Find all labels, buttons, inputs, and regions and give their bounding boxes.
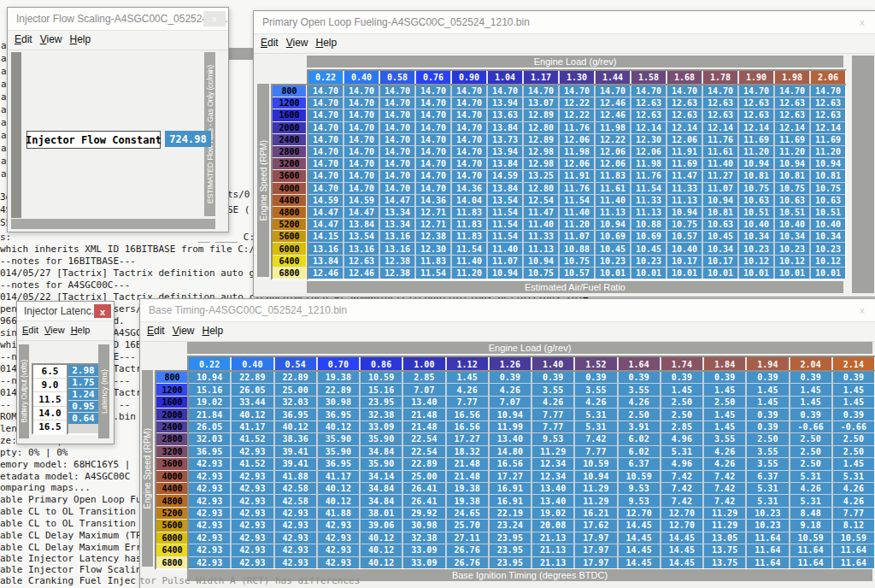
menu-item-edit[interactable]: Edit: [15, 31, 40, 45]
table-cell[interactable]: 12.89: [524, 134, 558, 145]
table-cell[interactable]: 10.51: [775, 207, 809, 218]
table-cell[interactable]: 11.64: [747, 544, 788, 556]
table-cell[interactable]: 11.33: [667, 183, 702, 194]
table-cell[interactable]: 11.83: [452, 231, 486, 242]
table-cell[interactable]: 11.64: [790, 544, 831, 556]
table-cell[interactable]: 12.22: [560, 97, 594, 109]
table-cell[interactable]: 33.09: [361, 421, 402, 432]
table-cell[interactable]: 2.50: [704, 397, 745, 408]
table-cell[interactable]: 19.02: [532, 508, 573, 519]
table-cell[interactable]: 11.07: [488, 256, 522, 267]
table-cell[interactable]: 14.70: [416, 122, 450, 133]
table-cell[interactable]: 14.04: [452, 195, 486, 206]
table-cell[interactable]: 0.39: [833, 409, 874, 420]
table-cell[interactable]: 10.75: [739, 183, 773, 194]
table-cell[interactable]: 14.70: [344, 183, 379, 194]
table-cell[interactable]: 10.01: [667, 268, 702, 279]
table-cell[interactable]: 42.93: [189, 532, 230, 544]
table-cell[interactable]: 11.64: [833, 544, 874, 556]
table-cell[interactable]: 14.15: [308, 231, 343, 242]
table-cell[interactable]: 10.51: [811, 207, 845, 218]
table-cell[interactable]: 42.93: [318, 557, 359, 568]
table-cell[interactable]: 11.69: [739, 134, 773, 145]
table-cell[interactable]: 40.12: [318, 495, 359, 506]
table-cell[interactable]: 11.98: [560, 146, 594, 157]
table-cell[interactable]: 14.36: [416, 195, 450, 206]
table-cell[interactable]: 10.94: [667, 207, 702, 218]
table-cell[interactable]: 4.26: [833, 483, 874, 494]
table-cell[interactable]: 10.94: [739, 158, 773, 169]
table-cell[interactable]: 11.54: [416, 268, 450, 279]
table-cell[interactable]: 11.61: [596, 183, 630, 194]
table-cell[interactable]: 12.06: [631, 146, 666, 157]
table-cell[interactable]: 42.93: [318, 532, 359, 544]
table-cell[interactable]: 19.38: [447, 495, 488, 506]
table-cell[interactable]: 21.48: [403, 409, 444, 420]
table-cell[interactable]: 10.57: [667, 231, 702, 242]
table-cell[interactable]: 7.42: [575, 433, 616, 444]
menu-item-edit[interactable]: Edit: [22, 321, 44, 335]
table-cell[interactable]: 12.80: [524, 183, 558, 194]
table-cell[interactable]: 30.98: [318, 397, 359, 408]
table-cell[interactable]: 10.34: [775, 231, 809, 242]
table-cell[interactable]: 10.12: [811, 256, 845, 267]
table-cell[interactable]: 24.65: [447, 508, 488, 519]
table-cell[interactable]: 21.84: [189, 409, 230, 420]
table-cell[interactable]: 1.45: [790, 384, 831, 395]
table-cell[interactable]: 14.70: [416, 97, 450, 109]
table-cell[interactable]: 7.77: [532, 421, 573, 432]
table-cell[interactable]: 19.38: [318, 372, 359, 383]
table-cell[interactable]: 11.69: [811, 134, 845, 145]
table-cell[interactable]: 10.01: [631, 268, 666, 279]
table-cell[interactable]: 12.63: [667, 109, 702, 121]
table-cell[interactable]: 11.54: [631, 183, 666, 194]
table-cell[interactable]: 0.39: [619, 372, 660, 383]
table-cell[interactable]: 10.94: [490, 409, 531, 420]
table-cell[interactable]: 14.59: [488, 170, 522, 181]
table-cell[interactable]: 1.45: [704, 384, 745, 395]
menu-item-edit[interactable]: Edit: [147, 322, 173, 337]
table-cell[interactable]: 40.12: [232, 409, 273, 420]
table-cell[interactable]: -0.66: [790, 421, 831, 432]
table-cell[interactable]: 14.70: [308, 134, 343, 145]
table-cell[interactable]: 12.14: [631, 122, 666, 133]
table-cell[interactable]: 14.70: [452, 109, 486, 121]
battery-cell[interactable]: 14.0: [33, 407, 67, 420]
table-cell[interactable]: 7.42: [704, 483, 745, 494]
table-cell[interactable]: 11.13: [667, 195, 702, 206]
table-cell[interactable]: 42.58: [275, 495, 316, 506]
table-cell[interactable]: 12.63: [631, 109, 666, 121]
table-cell[interactable]: -0.66: [833, 421, 874, 432]
table-cell[interactable]: 36.95: [318, 409, 359, 420]
table-cell[interactable]: 14.70: [344, 170, 379, 181]
table-cell[interactable]: 11.40: [560, 207, 594, 218]
table-cell[interactable]: 14.70: [667, 85, 702, 97]
table-cell[interactable]: 42.93: [275, 557, 316, 568]
table-cell[interactable]: 14.70: [380, 97, 414, 109]
table-cell[interactable]: 14.70: [308, 97, 343, 109]
table-cell[interactable]: 11.20: [739, 146, 773, 157]
table-cell[interactable]: 12.14: [739, 122, 773, 133]
table-cell[interactable]: 14.47: [380, 195, 414, 206]
table-cell[interactable]: 10.94: [575, 471, 616, 482]
table-cell[interactable]: 10.59: [619, 471, 660, 482]
close-icon[interactable]: x: [851, 15, 873, 30]
table-cell[interactable]: 7.42: [661, 471, 702, 482]
table-cell[interactable]: 2.85: [661, 421, 702, 432]
table-cell[interactable]: 10.94: [488, 268, 522, 279]
menu-item-view[interactable]: View: [44, 321, 71, 335]
table-cell[interactable]: 13.16: [308, 243, 343, 254]
table-cell[interactable]: 13.34: [380, 219, 414, 230]
table-cell[interactable]: 32.03: [275, 397, 316, 408]
latency-cell[interactable]: 1.24: [68, 389, 98, 400]
table-cell[interactable]: 4.26: [532, 397, 573, 408]
table-cell[interactable]: 30.98: [403, 520, 444, 531]
table-cell[interactable]: 14.70: [344, 134, 379, 145]
table-cell[interactable]: 10.75: [667, 219, 702, 230]
table-cell[interactable]: 5.31: [747, 495, 788, 506]
table-cell[interactable]: 10.23: [811, 243, 845, 254]
table-cell[interactable]: 11.07: [703, 183, 737, 194]
table-cell[interactable]: 23.95: [490, 544, 531, 556]
latency-cell[interactable]: 0.64: [68, 413, 98, 424]
table-cell[interactable]: 42.93: [318, 520, 359, 531]
